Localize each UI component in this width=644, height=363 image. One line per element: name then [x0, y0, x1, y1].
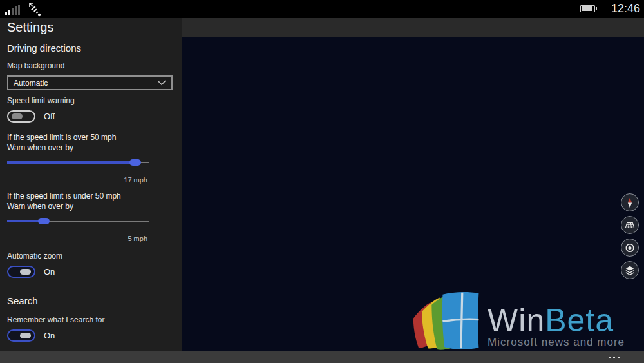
remember-search-toggle[interactable]	[7, 329, 35, 342]
over-limit-condition: If the speed limit is over 50 mph	[7, 132, 116, 142]
winbeta-logo	[412, 289, 484, 351]
winbeta-tagline: Microsoft news and more	[488, 336, 625, 349]
automatic-zoom-label: Automatic zoom	[7, 251, 62, 260]
winbeta-name: WinBeta	[488, 305, 625, 336]
speed-limit-warning-row: Off	[7, 110, 55, 123]
section-driving-directions: Driving directions	[7, 43, 81, 54]
slider-thumb[interactable]	[38, 218, 50, 224]
battery-icon	[580, 5, 595, 12]
map-background-select[interactable]: Automatic	[7, 75, 173, 90]
winbeta-watermark: WinBeta Microsoft news and more	[412, 289, 625, 351]
over-limit-label: Warn when over by	[7, 142, 116, 153]
over-limit-value: 17 mph	[7, 176, 149, 184]
current-location-button[interactable]	[621, 239, 639, 257]
under-limit-labels: If the speed limit is under 50 mph Warn …	[7, 191, 121, 211]
chevron-down-icon	[157, 80, 166, 86]
app-bar	[0, 351, 644, 363]
over-limit-labels: If the speed limit is over 50 mph Warn w…	[7, 132, 116, 153]
compass-button[interactable]	[621, 193, 639, 211]
clock: 12:46	[611, 2, 640, 15]
winbeta-text: WinBeta Microsoft news and more	[488, 305, 625, 351]
section-search: Search	[7, 295, 38, 306]
map-layers-icon	[621, 262, 638, 279]
map-controls	[621, 193, 639, 279]
status-bar: 12:46	[0, 0, 644, 18]
map-canvas[interactable]: WinBeta Microsoft news and more	[182, 37, 644, 351]
automatic-zoom-row: On	[7, 266, 55, 278]
page-title: Settings	[7, 20, 53, 35]
current-location-icon	[621, 239, 638, 257]
under-limit-label: Warn when over by	[7, 201, 121, 211]
remember-search-row: On	[7, 329, 55, 342]
speed-limit-warning-state: Off	[44, 112, 55, 121]
slider-thumb[interactable]	[129, 159, 141, 166]
slider-fill	[7, 161, 135, 164]
more-icon[interactable]	[609, 357, 620, 358]
wifi-icon	[27, 1, 44, 18]
tilt-view-button[interactable]	[621, 216, 639, 234]
speed-limit-warning-toggle[interactable]	[7, 110, 35, 123]
automatic-zoom-state: On	[44, 267, 55, 277]
under-limit-value: 5 mph	[7, 235, 149, 242]
automatic-zoom-toggle[interactable]	[7, 266, 35, 278]
under-limit-condition: If the speed limit is under 50 mph	[7, 191, 121, 201]
speed-limit-warning-label: Speed limit warning	[7, 96, 75, 105]
map-titlebar	[182, 18, 644, 37]
remember-search-state: On	[44, 331, 55, 340]
signal-strength-icon	[5, 5, 20, 15]
map-background-label: Map background	[7, 61, 64, 70]
map-background-value: Automatic	[14, 79, 157, 88]
settings-panel: Settings Driving directions Map backgrou…	[0, 18, 182, 351]
under-limit-slider[interactable]	[7, 217, 149, 225]
remember-search-label: Remember what I search for	[7, 315, 104, 324]
map-layers-button[interactable]	[621, 261, 639, 279]
screen: 12:46 Settings Driving directions Map ba…	[0, 0, 644, 363]
tilt-view-icon	[621, 217, 638, 234]
over-limit-slider[interactable]	[7, 159, 149, 166]
compass-icon	[621, 194, 638, 211]
